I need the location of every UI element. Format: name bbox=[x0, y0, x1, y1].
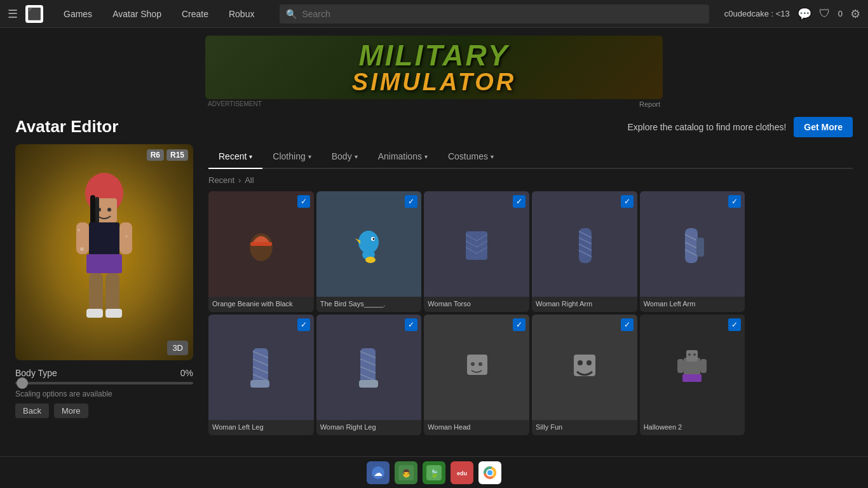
svg-rect-10 bbox=[89, 273, 103, 311]
avatar-figure bbox=[60, 160, 149, 344]
search-bar[interactable]: 🔍 bbox=[280, 4, 709, 24]
item-label-head: Woman Head bbox=[424, 420, 529, 435]
item-woman-right-arm[interactable]: ✓ Woman Right Arm bbox=[532, 191, 637, 312]
svg-rect-6 bbox=[89, 222, 119, 257]
item-woman-head[interactable]: ✓ Woman Head bbox=[424, 315, 529, 435]
main-area: Avatar Editor R6 R15 bbox=[0, 117, 868, 435]
ad-title-line2: SIMULATOR bbox=[352, 70, 516, 94]
tab-clothing[interactable]: Clothing ▾ bbox=[262, 145, 321, 168]
svg-rect-40 bbox=[686, 350, 698, 362]
svg-rect-11 bbox=[105, 273, 119, 311]
svg-point-58 bbox=[487, 470, 492, 475]
nav-links: Games Avatar Shop Create Robux bbox=[53, 0, 264, 28]
body-type-slider[interactable] bbox=[15, 382, 193, 384]
animations-tab-arrow: ▾ bbox=[424, 153, 428, 160]
tab-animations[interactable]: Animations ▾ bbox=[368, 145, 438, 168]
breadcrumb-separator: › bbox=[238, 176, 241, 185]
nav-games[interactable]: Games bbox=[53, 0, 102, 28]
taskbar-teacher-icon[interactable]: 👨 bbox=[395, 461, 417, 484]
r6-badge[interactable]: R6 bbox=[147, 149, 164, 161]
bottom-taskbar: ☁ 👨 🍃 edu bbox=[0, 456, 868, 488]
svg-point-16 bbox=[78, 229, 80, 231]
svg-rect-30 bbox=[250, 380, 269, 388]
topnav: ☰ ⬛ Games Avatar Shop Create Robux 🔍 c0u… bbox=[0, 0, 868, 28]
body-type-section: Body Type 0% Scaling options are availab… bbox=[15, 368, 193, 418]
item-bird[interactable]: ✓ The Bird Says_____. bbox=[316, 191, 422, 312]
item-label-orange-beanie: Orange Beanie with Black bbox=[208, 297, 314, 312]
get-more-button[interactable]: Get More bbox=[794, 117, 853, 137]
tabs: Recent ▾ Clothing ▾ Body ▾ Animations ▾ … bbox=[208, 145, 853, 169]
svg-text:👨: 👨 bbox=[402, 468, 411, 478]
page-title: Avatar Editor bbox=[15, 117, 193, 137]
item-label-left-arm: Woman Left Arm bbox=[640, 297, 745, 312]
breadcrumb-current: All bbox=[245, 175, 254, 185]
item-check-torso: ✓ bbox=[513, 195, 526, 208]
ad-title-line1: MILITARY bbox=[352, 41, 516, 70]
left-panel: Avatar Editor R6 R15 bbox=[15, 117, 193, 435]
tab-recent[interactable]: Recent ▾ bbox=[208, 145, 262, 169]
clothing-tab-arrow: ▾ bbox=[308, 153, 311, 160]
svg-rect-9 bbox=[119, 222, 132, 254]
svg-rect-41 bbox=[682, 374, 702, 382]
taskbar-roblox-icon[interactable]: ☁ bbox=[367, 461, 390, 484]
svg-rect-18 bbox=[250, 242, 272, 246]
notifications-icon[interactable]: 🛡 bbox=[819, 7, 831, 20]
body-buttons: Back More bbox=[15, 403, 193, 418]
explore-bar: Explore the catalog to find more clothes… bbox=[208, 117, 853, 137]
item-orange-beanie[interactable]: ✓ Orange Beanie with Black bbox=[208, 191, 314, 312]
svg-rect-13 bbox=[105, 309, 122, 318]
item-woman-left-leg[interactable]: ✓ Woman Left Leg bbox=[208, 315, 314, 435]
slider-thumb[interactable] bbox=[17, 377, 28, 389]
svg-point-34 bbox=[471, 362, 475, 366]
svg-text:🍃: 🍃 bbox=[430, 468, 439, 478]
item-label-right-arm: Woman Right Arm bbox=[532, 297, 637, 312]
search-input[interactable] bbox=[302, 9, 702, 19]
item-empty-1 bbox=[747, 191, 853, 312]
roblox-logo[interactable]: ⬛ bbox=[25, 5, 43, 23]
nav-create[interactable]: Create bbox=[172, 0, 219, 28]
svg-point-38 bbox=[587, 360, 592, 365]
breadcrumb: Recent › All bbox=[208, 172, 853, 189]
taskbar-chrome-icon[interactable] bbox=[478, 461, 501, 484]
svg-point-14 bbox=[80, 247, 84, 251]
svg-rect-28 bbox=[696, 238, 704, 257]
username-display: c0udedcake : <13 bbox=[724, 9, 790, 18]
svg-point-24 bbox=[365, 257, 376, 263]
taskbar-edu-icon[interactable]: edu bbox=[451, 461, 473, 484]
tab-costumes[interactable]: Costumes ▾ bbox=[438, 145, 504, 168]
taskbar-leaf-icon[interactable]: 🍃 bbox=[423, 461, 445, 484]
svg-rect-43 bbox=[700, 359, 707, 373]
body-type-percent: 0% bbox=[180, 368, 193, 378]
3d-view-button[interactable]: 3D bbox=[167, 341, 188, 355]
svg-rect-12 bbox=[86, 309, 103, 318]
item-silly-fun[interactable]: ✓ Silly Fun bbox=[532, 315, 637, 435]
item-halloween[interactable]: ✓ Halloween 2 bbox=[640, 315, 745, 435]
item-check-right-arm: ✓ bbox=[621, 195, 634, 208]
hamburger-icon[interactable]: ☰ bbox=[8, 7, 18, 21]
r15-badge[interactable]: R15 bbox=[166, 149, 188, 161]
tab-body[interactable]: Body ▾ bbox=[322, 145, 368, 168]
more-button[interactable]: More bbox=[54, 403, 88, 418]
svg-point-37 bbox=[578, 360, 583, 365]
item-woman-torso[interactable]: ✓ Woman Torso bbox=[424, 191, 529, 312]
nav-robux[interactable]: Robux bbox=[219, 0, 264, 28]
item-woman-left-arm[interactable]: ✓ Woman Left Arm bbox=[640, 191, 745, 312]
nav-avatar-shop[interactable]: Avatar Shop bbox=[102, 0, 172, 28]
svg-point-3 bbox=[107, 208, 111, 212]
robux-count: 0 bbox=[838, 9, 843, 18]
item-empty-2 bbox=[747, 315, 853, 435]
item-label-right-leg: Woman Right Leg bbox=[316, 420, 422, 435]
ad-label: ADVERTISEMENT bbox=[208, 100, 262, 108]
svg-rect-32 bbox=[359, 380, 378, 388]
body-tab-arrow: ▾ bbox=[355, 153, 358, 160]
item-check-right-leg: ✓ bbox=[405, 318, 417, 331]
svg-point-44 bbox=[688, 353, 691, 356]
item-label-halloween: Halloween 2 bbox=[640, 420, 745, 435]
report-link[interactable]: Report bbox=[639, 100, 660, 108]
item-woman-right-leg[interactable]: ✓ Woman Right Leg bbox=[316, 315, 422, 435]
scaling-note: Scaling options are available bbox=[15, 390, 193, 398]
back-button[interactable]: Back bbox=[15, 403, 49, 418]
breadcrumb-parent[interactable]: Recent bbox=[208, 175, 234, 185]
settings-icon[interactable]: ⚙ bbox=[850, 7, 860, 21]
chat-icon[interactable]: 💬 bbox=[797, 7, 811, 21]
